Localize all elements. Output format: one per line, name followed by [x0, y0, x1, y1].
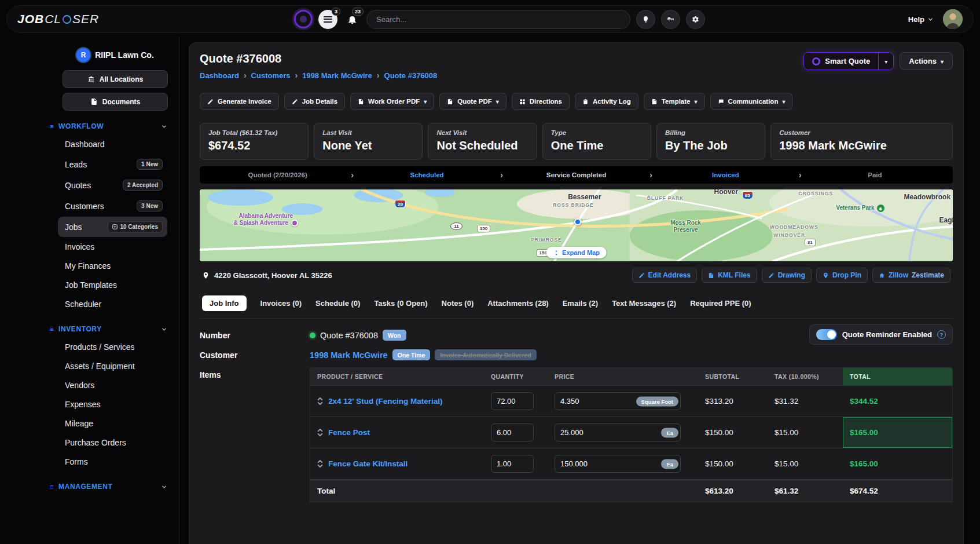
- drawing-button[interactable]: Drawing: [762, 268, 812, 283]
- nav-label: Expenses: [65, 400, 100, 409]
- activity-log-button[interactable]: Activity Log: [575, 93, 638, 110]
- bulb-button[interactable]: [636, 10, 655, 29]
- sidebar-item-products-services[interactable]: Products / Services: [58, 338, 167, 356]
- tab-text-messages[interactable]: Text Messages (2): [612, 299, 676, 308]
- breadcrumb-customer[interactable]: 1998 Mark McGwire: [302, 71, 372, 80]
- notifications-button[interactable]: 23: [343, 10, 361, 29]
- quantity-input[interactable]: [491, 392, 534, 410]
- help-circle-icon[interactable]: [937, 330, 946, 339]
- template-button[interactable]: Template: [644, 93, 705, 110]
- sidebar-item-quotes[interactable]: Quotes2 Accepted: [58, 175, 167, 195]
- caret-down-icon: [496, 98, 499, 105]
- quote-pdf-button[interactable]: Quote PDF: [439, 93, 506, 110]
- smart-quote-button[interactable]: Smart Quote: [804, 53, 878, 70]
- breadcrumb-quote[interactable]: Quote #376008: [384, 71, 438, 80]
- total-cell: $344.52: [843, 390, 952, 412]
- drop-pin-button[interactable]: Drop Pin: [816, 268, 868, 283]
- customer-row: Customer 1998 Mark McGwire One Time Invo…: [200, 348, 953, 360]
- sidebar-item-dashboard[interactable]: Dashboard: [58, 135, 167, 154]
- sidebar-item-invoices[interactable]: Invoices: [58, 238, 167, 256]
- logo[interactable]: JOB CL SER: [17, 12, 99, 26]
- sidebar-item-purchase-orders[interactable]: Purchase Orders: [58, 433, 167, 452]
- row-move-down-button[interactable]: [317, 401, 323, 406]
- product-link[interactable]: 2x4 12' Stud (Fencing Material): [328, 397, 443, 406]
- chevron-up-icon: [317, 459, 323, 463]
- documents-button[interactable]: Documents: [63, 93, 168, 111]
- work-order-pdf-button[interactable]: Work Order PDF: [350, 93, 434, 110]
- sidebar: R RIIPL Lawn Co. All Locations Documents…: [0, 36, 179, 544]
- map-pin-icon: [202, 272, 210, 279]
- row-move-down-button[interactable]: [317, 464, 323, 468]
- zillow-zestimate-button[interactable]: ZillowZestimate: [872, 268, 950, 283]
- section-inventory[interactable]: INVENTORY: [50, 325, 167, 333]
- sidebar-item-leads[interactable]: Leads1 New: [58, 154, 167, 174]
- document-icon: [358, 98, 364, 105]
- tab-schedule[interactable]: Schedule (0): [315, 299, 360, 308]
- section-workflow[interactable]: WORKFLOW: [50, 122, 167, 130]
- tab-job-info[interactable]: Job Info: [202, 295, 247, 311]
- breadcrumb-customers[interactable]: Customers: [251, 71, 291, 80]
- map-label-windover: WINDOVER: [773, 232, 805, 238]
- key-button[interactable]: [661, 10, 680, 29]
- sidebar-item-my-finances[interactable]: My Finances: [58, 257, 167, 275]
- map[interactable]: Bessemer ROSS BRIDGE BLUFF PARK Hoover C…: [200, 189, 953, 261]
- quantity-input[interactable]: [491, 423, 534, 441]
- tab-required-ppe[interactable]: Required PPE (0): [690, 299, 751, 308]
- document-icon: [447, 98, 453, 105]
- communication-button[interactable]: Communication: [710, 93, 793, 110]
- tab-tasks[interactable]: Tasks (0 Open): [374, 299, 427, 308]
- quick-list-button[interactable]: 3: [318, 10, 337, 29]
- customer-link[interactable]: 1998 Mark McGwire: [310, 351, 388, 360]
- quantity-input[interactable]: [491, 455, 534, 473]
- actions-button[interactable]: Actions: [900, 52, 953, 70]
- sidebar-item-customers[interactable]: Customers3 New: [58, 196, 167, 216]
- generate-invoice-button[interactable]: Generate Invoice: [200, 93, 279, 110]
- tab-emails[interactable]: Emails (2): [563, 299, 598, 308]
- sidebar-item-expenses[interactable]: Expenses: [58, 395, 167, 414]
- edit-address-button[interactable]: Edit Address: [632, 268, 698, 283]
- row-move-up-button[interactable]: [317, 428, 323, 432]
- sidebar-item-jobs[interactable]: Jobs 10 Categories: [58, 217, 167, 237]
- sidebar-item-vendors[interactable]: Vendors: [58, 376, 167, 395]
- directions-button[interactable]: Directions: [512, 93, 570, 110]
- kml-files-button[interactable]: KML Files: [702, 268, 757, 283]
- help-menu[interactable]: Help: [908, 15, 934, 24]
- tool-label: Work Order PDF: [368, 98, 420, 105]
- tab-invoices[interactable]: Invoices (0): [260, 299, 302, 308]
- stat-last-visit: Last VisitNone Yet: [314, 123, 423, 160]
- user-avatar[interactable]: [943, 9, 963, 29]
- product-link[interactable]: Fence Post: [328, 428, 370, 437]
- status-ring-icon[interactable]: [294, 10, 313, 28]
- total-label: Total: [310, 480, 484, 502]
- table-total-row: Total $613.20 $61.32 $674.52: [310, 480, 952, 502]
- row-move-up-button[interactable]: [317, 397, 323, 401]
- smart-quote-label: Smart Quote: [825, 57, 870, 65]
- tool-label: Activity Log: [593, 98, 631, 105]
- quote-reminder-toggle[interactable]: [816, 329, 837, 340]
- company[interactable]: R RIIPL Lawn Co.: [63, 48, 168, 62]
- tab-notes[interactable]: Notes (0): [442, 299, 474, 308]
- topbar: JOB CL SER 3 23 Help: [6, 5, 974, 33]
- search-input[interactable]: [366, 10, 630, 29]
- product-link[interactable]: Fence Gate Kit/Install: [328, 459, 408, 468]
- settings-button[interactable]: [686, 10, 705, 29]
- sidebar-item-job-templates[interactable]: Job Templates: [58, 276, 167, 294]
- sidebar-item-scheduler[interactable]: Scheduler: [58, 295, 167, 313]
- sidebar-item-forms[interactable]: Forms: [58, 452, 167, 471]
- sidebar-item-assets-equipment[interactable]: Assets / Equipment: [58, 357, 167, 375]
- section-management[interactable]: MANAGEMENT: [50, 483, 167, 491]
- tab-attachments[interactable]: Attachments (28): [487, 299, 548, 308]
- breadcrumb-dashboard[interactable]: Dashboard: [200, 71, 239, 80]
- job-details-button[interactable]: Job Details: [284, 93, 345, 110]
- tool-label: Quote PDF: [457, 98, 491, 105]
- col-price: PRICE: [548, 368, 698, 385]
- row-move-down-button[interactable]: [317, 433, 323, 437]
- row-move-up-button[interactable]: [317, 459, 323, 463]
- breadcrumb: Dashboard Customers 1998 Mark McGwire Qu…: [200, 71, 437, 80]
- all-locations-button[interactable]: All Locations: [63, 70, 168, 88]
- sidebar-item-mileage[interactable]: Mileage: [58, 414, 167, 433]
- expand-map-button[interactable]: Expand Map: [546, 247, 607, 258]
- stat-customer: Customer1998 Mark McGwire: [770, 123, 953, 160]
- help-label: Help: [908, 15, 924, 24]
- smart-quote-dropdown[interactable]: [878, 53, 893, 70]
